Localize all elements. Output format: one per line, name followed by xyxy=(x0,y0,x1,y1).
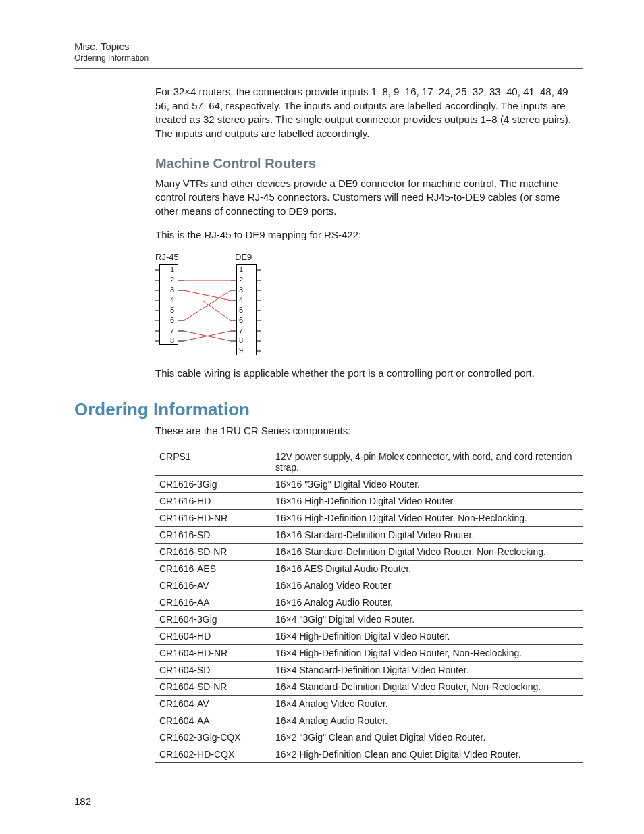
table-row: CR1604-3Gig16×4 "3Gig" Digital Video Rou… xyxy=(155,610,583,627)
header-rule xyxy=(74,68,583,69)
part-description: 16×16 High-Definition Digital Video Rout… xyxy=(271,492,583,509)
part-code: CR1604-3Gig xyxy=(155,610,271,627)
part-code: CR1604-HD xyxy=(155,627,271,644)
part-code: CR1616-AV xyxy=(155,577,271,594)
part-code: CR1616-AES xyxy=(155,560,271,577)
table-row: CR1602-3Gig-CQX16×2 "3Gig" Clean and Qui… xyxy=(155,729,583,746)
part-code: CR1604-SD xyxy=(155,661,271,678)
part-description: 16×16 "3Gig" Digital Video Router. xyxy=(271,475,583,492)
part-code: CR1604-AA xyxy=(155,712,271,729)
part-code: CR1616-3Gig xyxy=(155,475,271,492)
svg-line-33 xyxy=(203,301,231,321)
machine-control-heading: Machine Control Routers xyxy=(155,156,583,172)
ordering-table: CRPS112V power supply, 4-pin Molex conne… xyxy=(155,448,583,763)
document-page: Misc. Topics Ordering Information For 32… xyxy=(0,0,644,834)
table-row: CRPS112V power supply, 4-pin Molex conne… xyxy=(155,448,583,475)
diagram-right-label: DE9 xyxy=(235,252,252,262)
table-row: CR1604-SD-NR16×4 Standard-Definition Dig… xyxy=(155,678,583,695)
header-subtitle: Ordering Information xyxy=(74,53,583,63)
part-code: CRPS1 xyxy=(155,448,271,475)
part-description: 16×16 Analog Audio Router. xyxy=(271,594,583,610)
table-row: CR1616-AA16×16 Analog Audio Router. xyxy=(155,594,583,610)
part-description: 16×4 Analog Audio Router. xyxy=(271,712,583,729)
table-row: CR1616-AV16×16 Analog Video Router. xyxy=(155,577,583,594)
page-number: 182 xyxy=(74,796,91,807)
wiring-lines xyxy=(155,264,290,372)
rj45-de9-diagram: RJ-45 DE9 1 2 3 4 5 6 7 8 1 2 3 4 xyxy=(155,252,290,360)
part-description: 16×4 "3Gig" Digital Video Router. xyxy=(271,610,583,627)
part-description: 16×2 High-Definition Clean and Quiet Dig… xyxy=(271,746,583,762)
mcr-paragraph-2: This is the RJ-45 to DE9 mapping for RS-… xyxy=(155,228,583,242)
table-row: CR1616-SD-NR16×16 Standard-Definition Di… xyxy=(155,543,583,560)
table-row: CR1604-HD16×4 High-Definition Digital Vi… xyxy=(155,627,583,644)
page-header: Misc. Topics Ordering Information xyxy=(74,41,583,69)
part-code: CR1604-AV xyxy=(155,695,271,712)
ordering-intro: These are the 1RU CR Series components: xyxy=(155,424,583,438)
table-row: CR1616-HD16×16 High-Definition Digital V… xyxy=(155,492,583,509)
part-code: CR1616-SD xyxy=(155,526,271,543)
content-block: For 32×4 routers, the connectors provide… xyxy=(155,85,583,763)
table-row: CR1616-SD16×16 Standard-Definition Digit… xyxy=(155,526,583,543)
ordering-heading: Ordering Information xyxy=(74,399,583,420)
part-description: 16×2 "3Gig" Clean and Quiet Digital Vide… xyxy=(271,729,583,746)
diagram-left-label: RJ-45 xyxy=(155,252,179,262)
part-code: CR1616-SD-NR xyxy=(155,543,271,560)
part-code: CR1602-3Gig-CQX xyxy=(155,729,271,746)
part-code: CR1616-HD-NR xyxy=(155,509,271,526)
part-description: 16×4 Analog Video Router. xyxy=(271,695,583,712)
table-row: CR1616-3Gig16×16 "3Gig" Digital Video Ro… xyxy=(155,475,583,492)
part-description: 16×16 Analog Video Router. xyxy=(271,577,583,594)
header-title: Misc. Topics xyxy=(74,41,583,52)
part-description: 16×4 High-Definition Digital Video Route… xyxy=(271,627,583,644)
table-row: CR1616-AES16×16 AES Digital Audio Router… xyxy=(155,560,583,577)
part-description: 16×16 AES Digital Audio Router. xyxy=(271,560,583,577)
part-code: CR1602-HD-CQX xyxy=(155,746,271,762)
part-description: 16×16 High-Definition Digital Video Rout… xyxy=(271,509,583,526)
part-description: 16×16 Standard-Definition Digital Video … xyxy=(271,543,583,560)
intro-paragraph: For 32×4 routers, the connectors provide… xyxy=(155,85,583,141)
part-description: 16×4 High-Definition Digital Video Route… xyxy=(271,644,583,661)
table-row: CR1616-HD-NR16×16 High-Definition Digita… xyxy=(155,509,583,526)
part-code: CR1604-SD-NR xyxy=(155,678,271,695)
svg-line-29 xyxy=(184,290,231,301)
part-description: 16×4 Standard-Definition Digital Video R… xyxy=(271,661,583,678)
part-code: CR1616-AA xyxy=(155,594,271,610)
mcr-paragraph-1: Many VTRs and other devices provide a DE… xyxy=(155,177,583,219)
svg-line-30 xyxy=(184,290,231,321)
table-row: CR1602-HD-CQX16×2 High-Definition Clean … xyxy=(155,746,583,762)
part-code: CR1604-HD-NR xyxy=(155,644,271,661)
part-description: 16×16 Standard-Definition Digital Video … xyxy=(271,526,583,543)
table-row: CR1604-AV16×4 Analog Video Router. xyxy=(155,695,583,712)
part-description: 12V power supply, 4-pin Molex connector,… xyxy=(271,448,583,475)
part-code: CR1616-HD xyxy=(155,492,271,509)
table-row: CR1604-AA16×4 Analog Audio Router. xyxy=(155,712,583,729)
table-row: CR1604-SD16×4 Standard-Definition Digita… xyxy=(155,661,583,678)
part-description: 16×4 Standard-Definition Digital Video R… xyxy=(271,678,583,695)
table-row: CR1604-HD-NR16×4 High-Definition Digital… xyxy=(155,644,583,661)
